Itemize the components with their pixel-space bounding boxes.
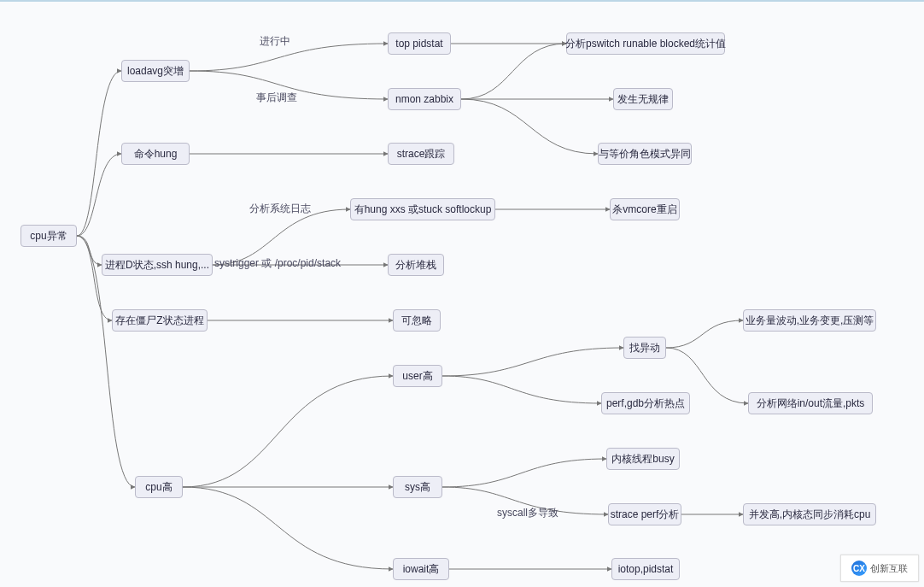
node-pswitch[interactable]: 分析pswitch runable blocked统计值 xyxy=(566,32,725,55)
node-top-pidstat[interactable]: top pidstat xyxy=(388,32,451,55)
node-syscall-sync[interactable]: 并发高,内核态同步消耗cpu xyxy=(743,503,876,525)
node-iowait-high[interactable]: iowait高 xyxy=(393,558,449,580)
node-cpuhigh[interactable]: cpu高 xyxy=(135,476,183,498)
node-root[interactable]: cpu异常 xyxy=(20,225,77,247)
diagram-edges xyxy=(0,0,924,587)
node-kill-vmcore[interactable]: 杀vmcore重启 xyxy=(610,198,680,220)
edge-label-systrigger: systrigger 或 /proc/pid/stack xyxy=(214,256,341,271)
node-find-anomaly[interactable]: 找异动 xyxy=(623,337,666,359)
node-loadavg[interactable]: loadavg突增 xyxy=(121,60,190,82)
edge-label-syslog: 分析系统日志 xyxy=(249,202,311,216)
node-role-diff[interactable]: 与等价角色模式异同 xyxy=(598,143,692,165)
node-biz-fluct[interactable]: 业务量波动,业务变更,压测等 xyxy=(743,309,876,332)
watermark: CX 创新互联 xyxy=(840,555,919,582)
node-iotop-pidstat[interactable]: iotop,pidstat xyxy=(611,558,680,580)
node-nmon-zabbix[interactable]: nmon zabbix xyxy=(388,88,461,110)
edge-label-syscall-many: syscall多导致 xyxy=(497,506,558,520)
watermark-text: 创新互联 xyxy=(870,562,908,575)
node-zombie[interactable]: 存在僵尸Z状态进程 xyxy=(112,309,208,332)
edge-label-post: 事后调查 xyxy=(256,91,297,105)
node-no-pattern[interactable]: 发生无规律 xyxy=(613,88,673,110)
node-hung-xxs[interactable]: 有hung xxs 或stuck softlockup xyxy=(350,198,495,220)
node-sys-high[interactable]: sys高 xyxy=(393,476,442,498)
top-border xyxy=(0,0,924,2)
node-kernel-busy[interactable]: 内核线程busy xyxy=(606,448,680,470)
watermark-logo-icon: CX xyxy=(851,561,867,576)
node-ignore[interactable]: 可忽略 xyxy=(393,309,441,332)
node-user-high[interactable]: user高 xyxy=(393,365,442,387)
node-net-inout[interactable]: 分析网络in/out流量,pkts xyxy=(748,392,873,414)
node-strace-perf[interactable]: strace perf分析 xyxy=(608,503,681,525)
node-dstate[interactable]: 进程D状态,ssh hung,... xyxy=(102,254,213,276)
edge-label-ongoing: 进行中 xyxy=(260,34,290,49)
node-strace-track[interactable]: strace跟踪 xyxy=(388,143,454,165)
node-perf-gdb[interactable]: perf,gdb分析热点 xyxy=(601,392,690,414)
node-analyze-stack[interactable]: 分析堆栈 xyxy=(388,254,444,276)
node-cmdhung[interactable]: 命令hung xyxy=(121,143,190,165)
